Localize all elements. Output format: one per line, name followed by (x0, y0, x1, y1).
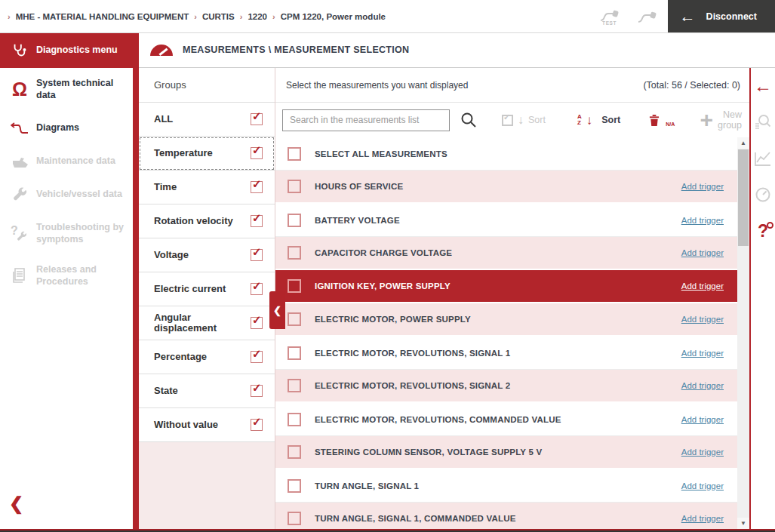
na-label: N/A (666, 121, 675, 127)
measurement-checkbox[interactable] (288, 147, 301, 161)
measurement-checkbox[interactable] (288, 445, 301, 459)
measurement-row[interactable]: ELECTRIC MOTOR, REVOLUTIONS, SIGNAL 2 Ad… (275, 370, 737, 403)
scroll-down-button[interactable]: ▼ (737, 518, 749, 529)
measurement-checkbox[interactable] (288, 180, 301, 193)
disconnect-button[interactable]: ← Disconnect (668, 0, 775, 32)
measurement-row[interactable]: ELECTRIC MOTOR, REVOLUTIONS, SIGNAL 1 Ad… (275, 337, 737, 370)
add-trigger-link[interactable]: Add trigger (681, 216, 724, 225)
down-arrow-icon: ↓ (586, 114, 593, 127)
add-trigger-link[interactable]: Add trigger (681, 248, 724, 257)
sidebar-item-diagrams[interactable]: Diagrams (0, 111, 133, 146)
sort-selected-label: Sort (528, 115, 546, 125)
measurement-row[interactable]: STEERING COLUMN SENSOR, VOLTAGE SUPPLY 5… (275, 436, 737, 469)
group-checkbox[interactable] (251, 419, 263, 431)
breadcrumb: › MHE - MATERIAL HANDLING EQUIPMENT › CU… (0, 12, 386, 21)
group-item[interactable]: Voltage (139, 238, 275, 272)
search-input[interactable] (282, 109, 450, 131)
group-item[interactable]: Angular displacement (139, 306, 275, 340)
measurement-checkbox[interactable] (288, 246, 301, 260)
measurement-checkbox[interactable] (288, 479, 301, 493)
sidebar-item-diagnostics-menu[interactable]: Diagnostics menu (0, 32, 133, 68)
group-item[interactable]: Electric current (139, 272, 275, 306)
sidebar-item-label: Diagrams (36, 121, 79, 134)
measurement-checkbox[interactable] (288, 346, 301, 360)
measurement-label: BATTERY VOLTAGE (315, 216, 681, 225)
group-label: Temperature (154, 148, 251, 158)
group-item[interactable]: State (139, 374, 275, 408)
breadcrumb-item-make[interactable]: CURTIS (202, 12, 235, 21)
add-trigger-link[interactable]: Add trigger (681, 349, 724, 358)
group-checkbox[interactable] (251, 385, 263, 397)
measurement-row[interactable]: TURN ANGLE, SIGNAL 1, COMMANDED VALUE Ad… (275, 503, 737, 529)
add-trigger-link[interactable]: Add trigger (681, 447, 724, 457)
measurement-row[interactable]: HOURS OF SERVICE Add trigger (275, 171, 737, 204)
group-item[interactable]: Time (139, 171, 275, 204)
sidebar-collapse-chevron-icon[interactable]: ❮ (9, 495, 23, 512)
oil-can-icon (6, 155, 33, 168)
sort-alphabetical-button[interactable]: AZ ↓ Sort (577, 114, 620, 127)
measurement-checkbox[interactable] (288, 413, 301, 426)
group-checkbox[interactable] (251, 147, 263, 159)
measurement-row[interactable]: BATTERY VOLTAGE Add trigger (275, 204, 737, 237)
right-toolbar: ← ? (749, 68, 775, 529)
group-item[interactable]: Percentage (139, 340, 275, 374)
sort-selected-button[interactable]: ↓ Sort (502, 114, 546, 126)
self-test-connector-icon[interactable]: TEST (592, 8, 627, 26)
measurement-row[interactable]: CAPACITOR CHARGE VOLTAGE Add trigger (275, 237, 737, 270)
measurement-checkbox[interactable] (288, 512, 301, 525)
search-results-button[interactable] (751, 104, 775, 140)
group-checkbox[interactable] (251, 181, 263, 193)
measurement-checkbox[interactable] (288, 379, 301, 392)
groups-panel: Groups ALL Temperature Time Rotation vel… (139, 68, 275, 529)
measurement-row[interactable]: ELECTRIC MOTOR, POWER SUPPLY Add trigger (275, 303, 737, 337)
scrollbar-thumb[interactable] (738, 149, 749, 246)
help-button[interactable]: ? (751, 213, 775, 249)
graph-view-button[interactable] (751, 140, 775, 177)
breadcrumb-item-system[interactable]: CPM 1220, Power module (281, 12, 386, 21)
search-icon[interactable] (460, 111, 478, 129)
sidebar-item-releases-procedures[interactable]: Releases and Procedures (0, 254, 133, 297)
add-trigger-link[interactable]: Add trigger (681, 481, 724, 490)
add-trigger-link[interactable]: Add trigger (681, 182, 724, 191)
trash-icon (649, 114, 660, 127)
groups-collapse-tab[interactable]: ❮ (269, 291, 285, 329)
measurement-checkbox[interactable] (288, 214, 301, 227)
sidebar-item-system-technical-data[interactable]: Ω System technical data (0, 68, 133, 111)
measurement-row[interactable]: TURN ANGLE, SIGNAL 1 Add trigger (275, 469, 737, 503)
sidebar-item-label: Vehicle/vessel data (36, 188, 122, 200)
breadcrumb-item-model[interactable]: 1220 (248, 12, 267, 21)
add-trigger-link[interactable]: Add trigger (681, 381, 724, 390)
sidebar-item-vehicle-vessel-data[interactable]: Vehicle/vessel data (0, 177, 133, 212)
group-item[interactable]: Rotation velocity (139, 204, 275, 238)
group-checkbox[interactable] (251, 113, 263, 125)
sidebar-item-maintenance-data[interactable]: Maintenance data (0, 146, 133, 177)
group-checkbox[interactable] (251, 317, 263, 329)
add-trigger-link[interactable]: Add trigger (681, 315, 724, 324)
breadcrumb-item-equipment[interactable]: MHE - MATERIAL HANDLING EQUIPMENT (16, 12, 189, 21)
group-item[interactable]: ALL (139, 103, 275, 137)
group-item[interactable]: Temperature (139, 137, 275, 171)
delete-na-button[interactable]: N/A (649, 114, 675, 127)
group-checkbox[interactable] (251, 283, 263, 295)
measurement-checkbox[interactable] (288, 312, 301, 326)
measurement-checkbox[interactable] (288, 279, 301, 293)
obd-connector-icon[interactable] (630, 9, 665, 24)
chevron-right-icon: › (194, 12, 197, 21)
group-checkbox[interactable] (251, 351, 263, 363)
add-trigger-link[interactable]: Add trigger (681, 415, 724, 424)
measurement-row[interactable]: SELECT ALL MEASUREMENTS (275, 137, 737, 171)
add-trigger-link[interactable]: Add trigger (681, 281, 724, 291)
group-checkbox[interactable] (251, 249, 263, 261)
group-item[interactable]: Without value (139, 408, 275, 442)
list-scrollbar[interactable]: ▲ ▼ (737, 137, 749, 529)
dashboard-view-button[interactable] (751, 177, 775, 213)
group-checkbox[interactable] (251, 215, 263, 227)
measurement-row[interactable]: IGNITION KEY, POWER SUPPLY Add trigger (275, 270, 737, 303)
new-group-button[interactable]: + New group (700, 109, 742, 131)
sidebar-item-troubleshooting[interactable]: ? Troubleshooting by symptoms (0, 212, 133, 255)
measurement-label: HOURS OF SERVICE (315, 182, 681, 191)
back-button[interactable]: ← (751, 68, 775, 104)
measurement-row[interactable]: ELECTRIC MOTOR, REVOLUTIONS, COMMANDED V… (275, 403, 737, 436)
scroll-up-button[interactable]: ▲ (737, 137, 749, 149)
add-trigger-link[interactable]: Add trigger (681, 514, 724, 523)
